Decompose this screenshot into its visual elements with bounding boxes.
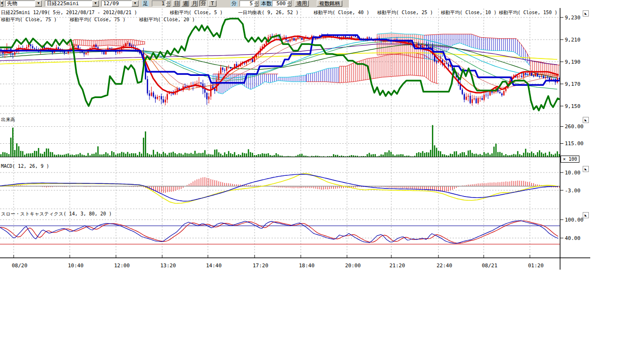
macd-panel-collapse-arrow-icon[interactable]: ◣: [583, 166, 589, 172]
svg-text:13:20: 13:20: [160, 263, 176, 269]
svg-text:12:00: 12:00: [114, 263, 130, 269]
svg-text:9,230: 9,230: [565, 15, 580, 21]
svg-text:17:20: 17:20: [253, 263, 268, 269]
svg-text:18:40: 18:40: [299, 263, 314, 269]
svg-text:01:20: 01:20: [528, 263, 544, 269]
svg-text:10:40: 10:40: [68, 263, 83, 269]
svg-text:21:20: 21:20: [389, 263, 405, 269]
svg-text:9,170: 9,170: [565, 81, 580, 87]
svg-text:40.00: 40.00: [565, 235, 580, 241]
svg-text:20:00: 20:00: [345, 263, 361, 269]
macd-panel-label: MACD( 12, 26, 9 ): [1, 164, 49, 169]
svg-text:22:40: 22:40: [437, 263, 452, 269]
stochastics-panel-label: スロー・ストキャスティクス( 14, 3, 80, 20 ): [1, 211, 112, 217]
svg-text:08/21: 08/21: [482, 263, 497, 269]
chart-canvas: 08/2010:4012:0013:2014:4017:2018:4020:00…: [0, 0, 644, 362]
price-panel-collapse-arrow-icon[interactable]: ◣: [583, 10, 589, 16]
trading-chart-window: { "toolbar": { "combo_stub": "▼", "categ…: [0, 0, 644, 362]
svg-text:08/20: 08/20: [12, 263, 27, 269]
chart-title: 日経225mini 12/09( 5分, 2012/08/17 - 2012/0…: [1, 9, 137, 16]
svg-text:9,210: 9,210: [565, 37, 580, 43]
volume-panel-label: 出来高: [1, 116, 15, 123]
svg-text:9,190: 9,190: [565, 59, 580, 65]
volume-panel-collapse-arrow-icon[interactable]: ◣: [583, 117, 589, 123]
volume-multiplier-badge: × 100: [561, 156, 579, 163]
stoch-panel-collapse-arrow-icon[interactable]: ◣: [583, 212, 589, 218]
svg-text:9,150: 9,150: [565, 103, 580, 109]
svg-text:260.00: 260.00: [565, 123, 584, 130]
svg-text:14:40: 14:40: [206, 263, 222, 269]
svg-text:10.00: 10.00: [565, 170, 580, 176]
svg-text:115.00: 115.00: [565, 140, 584, 147]
svg-text:100.00: 100.00: [565, 217, 584, 223]
svg-text:-3.00: -3.00: [565, 188, 580, 194]
